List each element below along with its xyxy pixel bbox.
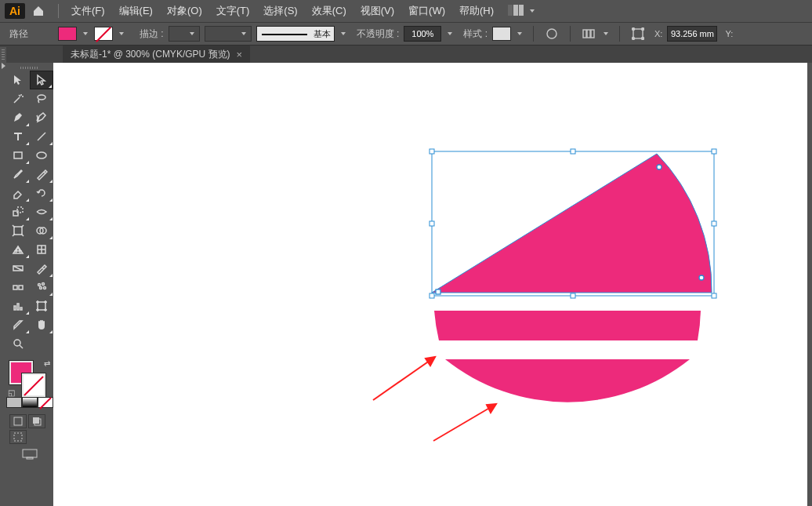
close-tab-icon[interactable]: × [237,49,243,60]
right-dock-strip[interactable] [807,63,812,506]
svg-line-49 [433,404,496,441]
menu-type[interactable]: 文字(T) [210,1,256,21]
svg-rect-36 [430,149,434,154]
toolbox-grip-icon[interactable] [6,64,53,71]
fill-stroke-proxy[interactable]: ⇄ ◱ [6,358,53,397]
paintbrush-tool[interactable] [6,165,30,184]
menu-object[interactable]: 对象(O) [161,1,208,21]
hand-tool[interactable] [30,315,53,334]
document-tab[interactable]: 未标题-1* @ 300% (CMYK/GPU 预览) × [63,46,250,63]
default-fill-stroke-icon[interactable]: ◱ [8,388,15,397]
slice-tool[interactable] [6,315,30,334]
draw-behind-icon[interactable] [28,414,45,428]
ellipse-tool[interactable] [30,146,53,165]
menu-file[interactable]: 文件(F) [65,1,111,21]
color-mode-gradient[interactable] [22,397,38,408]
draw-normal-icon[interactable] [9,414,27,428]
home-icon[interactable] [30,2,47,20]
lasso-tool[interactable] [30,89,53,108]
menu-help[interactable]: 帮助(H) [453,1,500,21]
menu-effect[interactable]: 效果(C) [306,1,353,21]
svg-rect-10 [14,152,22,158]
menu-edit[interactable]: 编辑(E) [113,1,159,21]
style-dropdown-icon[interactable] [516,27,524,41]
svg-rect-30 [14,417,22,425]
align-icon[interactable] [580,26,597,42]
menu-bar: Ai 文件(F) 编辑(E) 对象(O) 文字(T) 选择(S) 效果(C) 视… [0,0,812,22]
brush-dropdown-icon[interactable] [339,27,347,41]
arrange-caret-icon[interactable] [528,4,536,18]
svg-rect-2 [587,30,590,38]
eyedropper-tool[interactable] [30,259,53,278]
gradient-tool[interactable] [6,259,30,278]
shape-middle-band[interactable] [434,311,701,340]
column-graph-tool[interactable] [6,297,30,315]
draw-inside-icon[interactable] [9,430,27,444]
symbol-sprayer-tool[interactable] [30,278,53,297]
shape-builder-tool[interactable] [30,221,53,240]
selection-tool[interactable] [6,71,30,89]
opacity-label: 不透明度 : [357,27,400,41]
toolbox: ⇄ ◱ [6,63,53,460]
opacity-dropdown-icon[interactable] [446,27,454,41]
svg-rect-12 [13,211,18,216]
canvas[interactable] [53,63,812,506]
svg-rect-27 [20,308,22,310]
svg-point-45 [657,165,662,169]
blend-tool[interactable] [6,278,30,297]
x-value-input[interactable] [667,26,717,42]
width-tool[interactable] [30,202,53,221]
menu-window[interactable]: 窗口(W) [402,1,451,21]
stroke-weight-input[interactable] [169,26,200,42]
artboard-tool[interactable] [30,297,53,315]
recolor-artwork-icon[interactable] [543,26,560,42]
fill-dropdown-icon[interactable] [82,27,89,41]
grip-icon[interactable] [2,49,5,60]
rotate-tool[interactable] [30,184,53,202]
mesh-tool[interactable] [30,240,53,259]
shape-top-wedge[interactable] [432,154,712,293]
eraser-tool[interactable] [6,184,30,202]
align-dropdown-icon[interactable] [602,27,610,41]
separator [619,26,620,42]
zoom-tool[interactable] [6,334,30,353]
pen-tool[interactable] [6,108,30,127]
svg-line-47 [373,357,435,400]
color-mode-solid[interactable] [6,397,22,408]
line-segment-tool[interactable] [30,127,53,146]
opacity-input[interactable] [404,26,441,42]
rectangle-tool[interactable] [6,146,30,165]
menu-view[interactable]: 视图(V) [354,1,401,21]
svg-rect-14 [14,227,22,235]
pencil-tool[interactable] [30,165,53,184]
type-tool[interactable] [6,127,30,146]
free-transform-tool[interactable] [6,221,30,240]
color-mode-none[interactable] [38,397,53,408]
direct-selection-tool[interactable] [30,71,53,89]
curvature-tool[interactable] [30,108,53,127]
fill-color-swatch[interactable] [58,27,77,41]
screen-mode-icon[interactable] [6,449,53,460]
scale-tool[interactable] [6,202,30,221]
svg-point-0 [547,29,556,38]
arrange-documents-icon[interactable] [508,5,527,17]
svg-rect-44 [436,289,440,294]
shape-bottom-cap[interactable] [445,359,690,402]
transform-icon[interactable] [629,26,647,42]
separator [533,26,534,42]
magic-wand-tool[interactable] [6,89,30,108]
perspective-grid-tool[interactable] [6,240,30,259]
variable-width-profile[interactable] [205,26,252,42]
stroke-color-swatch[interactable] [94,27,113,41]
brush-definition[interactable]: 基本 [256,26,335,42]
menu-select[interactable]: 选择(S) [257,1,303,21]
svg-rect-1 [583,30,586,38]
stroke-weight-label: 描边 : [140,27,164,41]
swap-fill-stroke-icon[interactable]: ⇄ [44,359,50,368]
stroke-proxy-swatch[interactable] [22,373,45,397]
graphic-style-swatch[interactable] [492,27,511,41]
svg-point-46 [699,275,704,280]
svg-rect-32 [33,417,39,424]
expand-panels-icon[interactable] [2,63,5,69]
stroke-dropdown-icon[interactable] [118,27,125,41]
